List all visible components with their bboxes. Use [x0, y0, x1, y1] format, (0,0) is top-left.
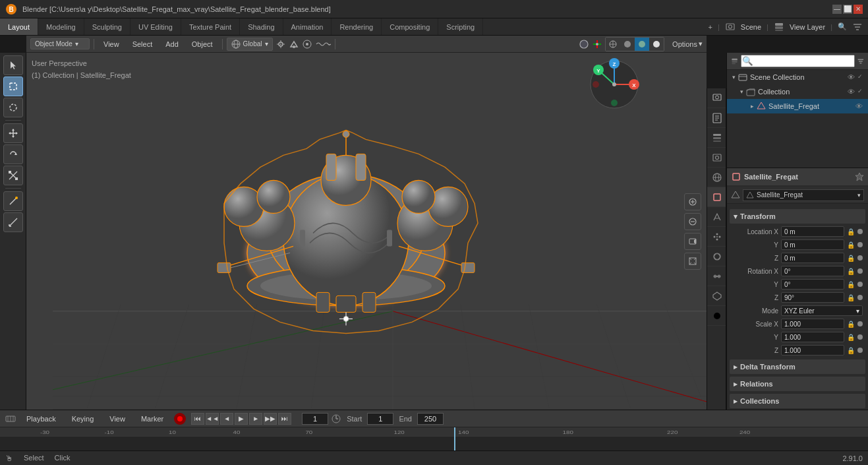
select-box-tool-button[interactable] [3, 77, 23, 96]
add-workspace-icon[interactable]: + [709, 23, 712, 31]
tab-shading[interactable]: Shading [240, 18, 283, 35]
location-y-keyframe-dot[interactable] [857, 242, 863, 247]
object-properties-tab[interactable] [707, 187, 726, 207]
scale-z-keyframe-dot[interactable] [857, 348, 863, 353]
tab-scripting[interactable]: Scripting [438, 18, 483, 35]
maximize-button[interactable]: ⬜ [843, 5, 852, 14]
rotation-x-keyframe-dot[interactable] [857, 268, 863, 274]
proportional-edit-icon[interactable] [302, 39, 312, 49]
location-x-lock-icon[interactable]: 🔒 [847, 228, 855, 235]
camera-view-button[interactable] [684, 233, 701, 250]
viewport-overlays-icon[interactable] [579, 39, 589, 49]
mesh-data-selector[interactable]: Satellite_Fregat ▾ [743, 189, 864, 201]
particles-tab[interactable] [707, 227, 726, 247]
output-properties-tab[interactable] [707, 108, 726, 128]
cursor-tool-button[interactable] [3, 55, 23, 75]
outliner-satellite-fregat[interactable]: ▸ Satellite_Fregat 👁 [727, 99, 868, 113]
location-x-keyframe-dot[interactable] [857, 229, 863, 234]
constraints-tab[interactable] [707, 266, 726, 286]
collection-eye-icon[interactable]: 👁 [848, 88, 855, 96]
scale-y-lock-icon[interactable]: 🔒 [847, 334, 855, 341]
3d-viewport[interactable]: User Perspective (1) Collection | Satell… [26, 53, 707, 410]
pivot-icon[interactable] [275, 39, 286, 49]
prev-keyframe-button[interactable]: ◄◄ [206, 413, 219, 425]
scene-collection-eye-icon[interactable]: 👁 [848, 73, 855, 81]
scale-z-value[interactable]: 1.000 [781, 345, 844, 356]
ortho-view-button[interactable] [684, 253, 701, 270]
rotation-x-lock-icon[interactable]: 🔒 [847, 268, 855, 275]
render-properties-tab[interactable] [707, 88, 726, 108]
material-shading-btn[interactable] [635, 38, 649, 51]
wave-icon[interactable] [315, 39, 331, 49]
outliner-editor-icon[interactable] [731, 56, 738, 67]
solid-shading-btn[interactable] [620, 38, 635, 51]
rotation-y-value[interactable]: 0° [781, 279, 844, 290]
timeline-view-menu[interactable]: View [104, 414, 130, 424]
zoom-in-button[interactable] [684, 193, 701, 210]
scale-x-lock-icon[interactable]: 🔒 [847, 321, 855, 328]
tab-compositing[interactable]: Compositing [382, 18, 438, 35]
scale-y-keyframe-dot[interactable] [857, 334, 863, 340]
filter-icon[interactable] [852, 22, 863, 32]
jump-to-start-button[interactable]: ⏮ [191, 413, 204, 425]
annotate-tool-button[interactable] [3, 191, 23, 211]
relations-header[interactable]: ▸ Relations [730, 377, 865, 391]
measure-tool-button[interactable] [3, 212, 23, 232]
titlebar-controls[interactable]: — ⬜ ✕ [832, 5, 863, 14]
collections-header[interactable]: ▸ Collections [730, 394, 865, 408]
viewport-menu-object[interactable]: Object [187, 39, 218, 49]
scene-name[interactable]: Scene [741, 23, 761, 31]
transform-section-header[interactable]: ▾ Transform [730, 209, 865, 224]
wireframe-shading-btn[interactable] [606, 38, 620, 51]
next-keyframe-button[interactable]: ▶▶ [264, 413, 277, 425]
physics-tab[interactable] [707, 247, 726, 266]
keying-menu[interactable]: Keying [67, 414, 100, 424]
move-tool-button[interactable] [3, 123, 23, 143]
location-x-value[interactable]: 0 m [781, 226, 844, 237]
location-y-value[interactable]: 0 m [781, 239, 844, 250]
object-mode-selector[interactable]: Object Mode ▾ [30, 38, 90, 49]
outliner-scene-collection[interactable]: ▾ Scene Collection 👁 ✓ [727, 70, 868, 84]
search-icon[interactable]: 🔍 [838, 22, 847, 31]
viewport-menu-view[interactable]: View [98, 39, 125, 49]
scene-collection-checkbox-icon[interactable]: ✓ [857, 73, 863, 81]
scene-properties-tab[interactable] [707, 148, 726, 168]
world-properties-tab[interactable] [707, 168, 726, 187]
options-label[interactable]: Options [672, 40, 697, 48]
select-circle-tool-button[interactable] [3, 98, 23, 117]
rotation-y-lock-icon[interactable]: 🔒 [847, 281, 855, 288]
snap-icon[interactable] [289, 39, 299, 49]
zoom-out-button[interactable] [684, 213, 701, 230]
outliner-search-input[interactable] [741, 55, 855, 67]
tab-animation[interactable]: Animation [283, 18, 332, 35]
data-properties-tab[interactable] [707, 286, 726, 306]
timeline-editor-icon[interactable] [5, 414, 16, 424]
rotation-z-value[interactable]: 90° [781, 292, 844, 303]
marker-menu[interactable]: Marker [136, 414, 169, 424]
rotation-y-keyframe-dot[interactable] [857, 282, 863, 287]
scale-y-value[interactable]: 1.000 [781, 332, 844, 342]
timeline-track[interactable]: -30 -10 10 40 70 120 140 180 220 240 [0, 427, 868, 451]
tab-sculpting[interactable]: Sculpting [84, 18, 130, 35]
minimize-button[interactable]: — [832, 5, 842, 14]
collection-checkbox-icon[interactable]: ✓ [857, 88, 863, 96]
jump-to-end-button[interactable]: ⏭ [278, 413, 291, 425]
tab-layout[interactable]: Layout [0, 18, 38, 35]
scale-z-lock-icon[interactable]: 🔒 [847, 347, 855, 354]
close-button[interactable]: ✕ [854, 5, 863, 14]
material-properties-tab[interactable] [707, 306, 726, 326]
tab-texture-paint[interactable]: Texture Paint [181, 18, 240, 35]
location-z-value[interactable]: 0 m [781, 253, 844, 263]
rotation-x-value[interactable]: 0° [781, 266, 844, 276]
viewport-menu-select[interactable]: Select [127, 39, 158, 49]
end-frame-input[interactable]: 250 [417, 413, 444, 425]
tab-rendering[interactable]: Rendering [332, 18, 382, 35]
start-frame-input[interactable]: 1 [367, 413, 393, 425]
outliner-filter-icon[interactable] [857, 57, 864, 66]
modifier-properties-tab[interactable] [707, 207, 726, 227]
properties-pin-icon[interactable] [855, 172, 864, 181]
tab-modeling[interactable]: Modeling [38, 18, 84, 35]
playback-menu[interactable]: Playback [21, 414, 61, 424]
view-layer-tab[interactable] [707, 128, 726, 148]
location-z-keyframe-dot[interactable] [857, 255, 863, 261]
